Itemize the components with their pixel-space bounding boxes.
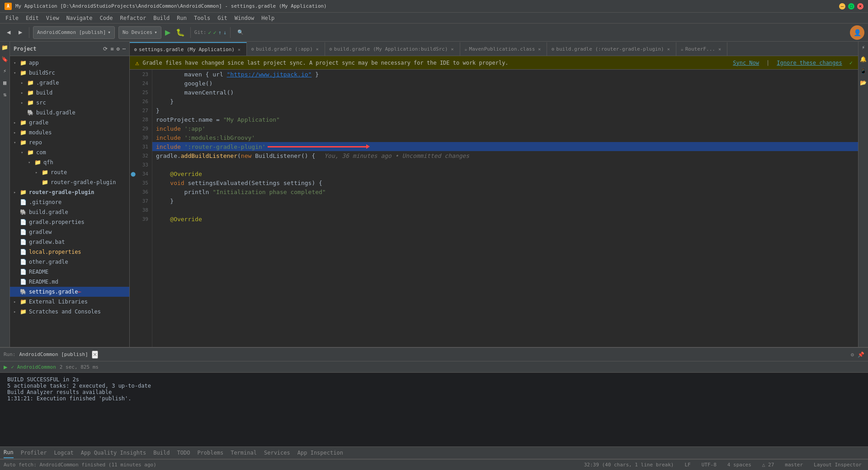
tab-close-routerf[interactable]: ✕	[717, 47, 722, 52]
bottom-tab-services[interactable]: Services	[264, 448, 290, 458]
code-line-31[interactable]: include ':router-gradle-plugin'	[152, 142, 858, 151]
project-config-dropdown[interactable]: AndroidCommon [publish] ▾	[33, 26, 115, 39]
code-line-23[interactable]: maven { url "https://www.jitpack.io" }	[152, 70, 858, 79]
tab-close-build-gradle-router[interactable]: ✕	[666, 47, 671, 52]
tree-item-com[interactable]: ▾📁com	[10, 147, 129, 157]
notifications-icon[interactable]: 🔔	[859, 55, 868, 63]
tab-build-gradle-main[interactable]: ⚙ build.gradle (My Application:buildSrc)…	[325, 42, 460, 56]
tree-item-modules[interactable]: ▸📁modules	[10, 128, 129, 138]
tree-item-gradle-properties[interactable]: 📄gradle.properties	[10, 217, 129, 227]
tree-item-build[interactable]: ▸📁build	[10, 88, 129, 98]
run-button[interactable]: ▶	[163, 28, 172, 37]
ignore-changes-link[interactable]: Ignore these changes	[777, 60, 842, 66]
menu-item-build[interactable]: Build	[150, 14, 173, 22]
tree-item-readme-md[interactable]: 📄README.md	[10, 277, 129, 287]
code-line-37[interactable]: }	[152, 196, 858, 205]
back-button[interactable]: ◀	[4, 26, 14, 39]
run-pin[interactable]: 📌	[858, 351, 864, 358]
tab-settings-gradle[interactable]: ⚙ settings.gradle (My Application) ✕	[130, 42, 247, 56]
code-line-29[interactable]: include ':app'	[152, 124, 858, 133]
tab-close-build-gradle-main[interactable]: ✕	[450, 47, 455, 52]
code-line-27[interactable]: }	[152, 106, 858, 115]
tree-item-build-gradle[interactable]: 🐘build.gradle	[10, 108, 129, 118]
tree-item-src[interactable]: ▸📁src	[10, 98, 129, 108]
structure-icon[interactable]: ⚡	[1, 67, 9, 75]
code-line-28[interactable]: rootProject.name = "My Application"	[152, 115, 858, 124]
bottom-tab-app-quality-insights[interactable]: App Quality Insights	[81, 448, 146, 458]
menu-item-tools[interactable]: Tools	[190, 14, 214, 22]
menu-item-edit[interactable]: Edit	[22, 14, 42, 22]
maximize-button[interactable]: □	[848, 3, 854, 9]
forward-button[interactable]: ▶	[15, 26, 25, 39]
tree-item-settings-gradle[interactable]: 🐘settings.gradle ←	[10, 287, 129, 297]
menu-item-navigate[interactable]: Navigate	[63, 14, 96, 22]
status-layout-inspector[interactable]: Layout Inspector	[811, 462, 864, 468]
git-pull[interactable]: ↓	[223, 29, 226, 36]
tab-close-settings-gradle[interactable]: ✕	[236, 47, 242, 52]
tree-item-gradlew[interactable]: 📄gradlew	[10, 227, 129, 237]
file-explorer-icon[interactable]: 📂	[859, 79, 868, 87]
bottom-tab-todo[interactable]: TODO	[177, 448, 190, 458]
tree-item-router-gradle-plugin[interactable]: 📁router-gradle-plugin	[10, 177, 129, 187]
code-line-26[interactable]: }	[152, 97, 858, 106]
tree-item--gitignore[interactable]: 📄.gitignore	[10, 197, 129, 207]
project-icon[interactable]: 📁	[1, 43, 9, 52]
tab-maven-pub[interactable]: ☕ MavenPublication.class ✕	[460, 42, 547, 56]
bottom-tab-logcat[interactable]: Logcat	[54, 448, 73, 458]
tab-build-gradle-app[interactable]: ⚙ build.gradle (:app) ✕	[247, 42, 325, 56]
bottom-tab-terminal[interactable]: Terminal	[231, 448, 257, 458]
tree-item-build-gradle[interactable]: 🐘build.gradle	[10, 207, 129, 217]
sync-now-link[interactable]: Sync Now	[733, 60, 759, 66]
user-avatar[interactable]: 👤	[850, 25, 864, 40]
expand-icon[interactable]: ≡	[110, 46, 113, 52]
more-icon[interactable]: ⋯	[123, 46, 126, 52]
sync-icon[interactable]: ⟳	[103, 46, 108, 52]
code-line-25[interactable]: mavenCentral()	[152, 88, 858, 97]
code-line-35[interactable]: void settingsEvaluated(Settings settings…	[152, 178, 858, 187]
tab-build-gradle-router[interactable]: ⚙ build.gradle (:router-gradle-plugin) ✕	[547, 42, 676, 56]
menu-item-run[interactable]: Run	[173, 14, 190, 22]
device-dropdown[interactable]: No Devices ▾	[118, 26, 161, 39]
git-push[interactable]: ↑	[218, 29, 222, 36]
tree-item-scratches-and-consoles[interactable]: ▸📁Scratches and Consoles	[10, 307, 129, 317]
menu-item-code[interactable]: Code	[96, 14, 117, 22]
run-settings[interactable]: ⚙	[851, 351, 854, 358]
tree-item-gradlew-bat[interactable]: 📄gradlew.bat	[10, 237, 129, 247]
code-line-33[interactable]	[152, 160, 858, 169]
tree-item-repo[interactable]: ▾📁repo	[10, 138, 129, 147]
tab-routerf[interactable]: ☕ RouterF... ✕	[676, 42, 727, 56]
bottom-tab-run[interactable]: Run	[4, 447, 14, 458]
tree-item--gradle[interactable]: ▸📁.gradle	[10, 78, 129, 88]
tree-item-qfh[interactable]: ▾📁qfh	[10, 157, 129, 167]
settings-icon[interactable]: ⚙	[117, 46, 120, 52]
menu-item-git[interactable]: Git	[214, 14, 231, 22]
search-button[interactable]: 🔍	[234, 26, 247, 39]
menu-item-help[interactable]: Help	[258, 14, 278, 22]
close-button[interactable]: ✕	[857, 3, 863, 9]
menu-item-file[interactable]: File	[2, 14, 22, 22]
menu-item-window[interactable]: Window	[231, 14, 258, 22]
menu-item-view[interactable]: View	[42, 14, 63, 22]
code-line-39[interactable]: @Override	[152, 214, 858, 223]
tree-item-app[interactable]: ▾📁app	[10, 58, 129, 68]
code-line-38[interactable]	[152, 205, 858, 214]
debug-button[interactable]: 🐛	[174, 28, 187, 37]
code-line-36[interactable]: println "Initialization phase completed"	[152, 187, 858, 196]
run-panel-close[interactable]: ✕	[92, 351, 98, 359]
code-line-24[interactable]: google()	[152, 79, 858, 88]
minimize-button[interactable]: ─	[839, 3, 845, 9]
menu-item-refactor[interactable]: Refactor	[116, 14, 150, 22]
tree-item-external-libraries[interactable]: ▸📁External Libraries	[10, 297, 129, 307]
tree-item-local-properties[interactable]: 📄local.properties	[10, 247, 129, 257]
code-content[interactable]: maven { url "https://www.jitpack.io" } g…	[152, 70, 858, 347]
build-variants-icon[interactable]: ▦	[1, 79, 9, 87]
code-line-30[interactable]: include ':modules:libGroovy'	[152, 133, 858, 142]
bookmark-icon[interactable]: 🔖	[1, 55, 9, 63]
tree-item-buildsrc[interactable]: ▾📁buildSrc	[10, 68, 129, 78]
tab-close-build-gradle-app[interactable]: ✕	[315, 47, 320, 52]
bottom-tab-build[interactable]: Build	[153, 448, 170, 458]
code-line-32[interactable]: gradle.addBuildListener(new BuildListene…	[152, 151, 858, 160]
bottom-tab-profiler[interactable]: Profiler	[21, 448, 47, 458]
device-manager-icon[interactable]: 📱	[859, 67, 868, 75]
code-line-34[interactable]: @Override	[152, 169, 858, 178]
